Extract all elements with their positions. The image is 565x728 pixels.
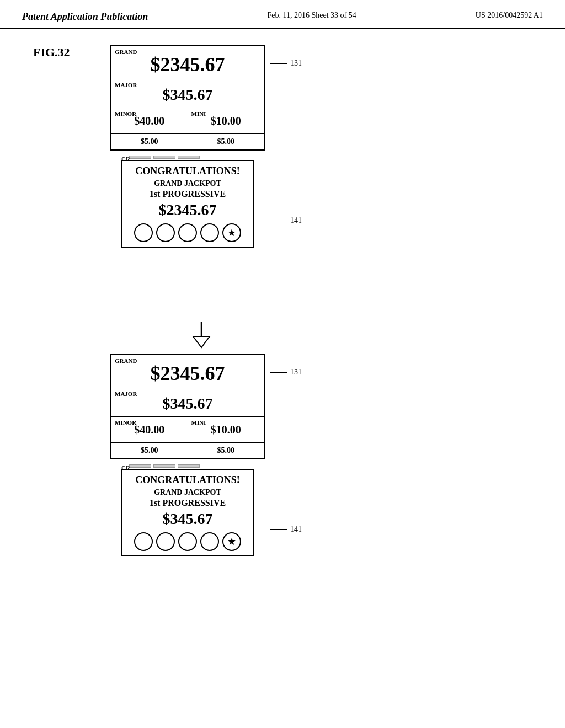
top-btn-4[interactable] <box>200 223 219 242</box>
svg-marker-1 <box>193 336 210 347</box>
bottom-congrats-wrapper: CR CONGRATULATIONS! GRAND JACKPOT 1st PR… <box>121 464 254 556</box>
bottom-bottom-right: $5.00 <box>188 443 264 458</box>
top-btn-2[interactable] <box>156 223 175 242</box>
bottom-major-amount: $345.67 <box>116 390 259 413</box>
bottom-bottom-row: $5.00 $5.00 <box>111 443 264 458</box>
bottom-bottom-left: $5.00 <box>111 443 188 458</box>
bottom-btn-star[interactable]: ★ <box>222 532 241 551</box>
top-congrats-amount: $2345.67 <box>127 201 248 219</box>
bottom-congrats-popup: CONGRATULATIONS! GRAND JACKPOT 1st PROGR… <box>121 469 254 556</box>
top-grand-label: GRAND <box>115 49 137 55</box>
top-major-label: MAJOR <box>115 82 137 88</box>
top-congrats-section: CR CONGRATULATIONS! GRAND JACKPOT 1st PR… <box>121 156 254 248</box>
bottom-ref-131-number: 131 <box>290 368 302 377</box>
bottom-btn-4[interactable] <box>200 532 219 551</box>
top-btn-star[interactable]: ★ <box>222 223 241 242</box>
top-congrats-title: CONGRATULATIONS! <box>127 165 248 177</box>
top-congrats-buttons: ★ <box>127 223 248 242</box>
bottom-congrats-subtitle: GRAND JACKPOT <box>127 488 248 497</box>
bottom-ref-141-number: 141 <box>290 525 302 534</box>
bottom-minor-cell: MINOR $40.00 <box>111 417 188 442</box>
bottom-jackpot-section: GRAND $2345.67 MAJOR $345.67 MINOR $40.0… <box>110 354 265 459</box>
top-congrats-wrapper: CR CONGRATULATIONS! GRAND JACKPOT 1st PR… <box>121 156 254 248</box>
top-congrats-popup: CONGRATULATIONS! GRAND JACKPOT 1st PROGR… <box>121 160 254 248</box>
top-jackpot-section: GRAND $2345.67 MAJOR $345.67 MINOR $40.0… <box>110 45 265 151</box>
bottom-btn-1[interactable] <box>134 532 153 551</box>
bottom-ref-141: 141 <box>270 525 302 534</box>
page-header: Patent Application Publication Feb. 11, … <box>0 0 565 29</box>
bottom-major-label: MAJOR <box>115 390 137 397</box>
bottom-congrats-section: CR CONGRATULATIONS! GRAND JACKPOT 1st PR… <box>121 464 254 556</box>
bottom-ref-131: 131 <box>270 368 302 377</box>
top-minor-label: MINOR <box>115 110 136 117</box>
top-cr-label: CR <box>121 156 130 162</box>
main-content: FIG.32 GRAND $2345.67 MAJOR $345.67 MINO… <box>0 29 565 713</box>
header-publication-label: Patent Application Publication <box>22 11 148 23</box>
bottom-minor-label: MINOR <box>115 419 136 426</box>
bottom-btn-2[interactable] <box>156 532 175 551</box>
bottom-congrats-buttons: ★ <box>127 532 248 551</box>
top-grand-row: GRAND $2345.67 <box>111 46 264 79</box>
top-major-amount: $345.67 <box>116 82 259 104</box>
top-jackpot-display: GRAND $2345.67 MAJOR $345.67 MINOR $40.0… <box>110 45 265 151</box>
top-btn-1[interactable] <box>134 223 153 242</box>
top-congrats-type: 1st PROGRESSIVE <box>127 189 248 199</box>
top-minor-mini-row: MINOR $40.00 MINI $10.00 <box>111 108 264 134</box>
bottom-mini-label: MINI <box>191 419 206 426</box>
bottom-cr-label: CR <box>121 464 130 471</box>
bottom-jackpot-display: GRAND $2345.67 MAJOR $345.67 MINOR $40.0… <box>110 354 265 459</box>
bottom-congrats-title: CONGRATULATIONS! <box>127 474 248 486</box>
top-ref-131: 131 <box>270 59 302 68</box>
top-bottom-left: $5.00 <box>111 134 188 149</box>
bottom-congrats-amount: $345.67 <box>127 510 248 528</box>
bottom-major-row: MAJOR $345.67 <box>111 388 264 417</box>
bottom-congrats-type: 1st PROGRESSIVE <box>127 498 248 508</box>
top-ref-141: 141 <box>270 216 302 225</box>
top-congrats-subtitle: GRAND JACKPOT <box>127 179 248 188</box>
header-date-sheet: Feb. 11, 2016 Sheet 33 of 54 <box>267 11 356 20</box>
bottom-grand-amount: $2345.67 <box>116 357 259 385</box>
bottom-btn-3[interactable] <box>178 532 197 551</box>
top-bottom-right: $5.00 <box>188 134 264 149</box>
top-grand-amount: $2345.67 <box>116 49 259 76</box>
bottom-grand-row: GRAND $2345.67 <box>111 355 264 388</box>
header-patent-number: US 2016/0042592 A1 <box>476 11 543 20</box>
top-mini-cell: MINI $10.00 <box>188 108 264 133</box>
top-mini-label: MINI <box>191 110 206 117</box>
bottom-grand-label: GRAND <box>115 357 137 364</box>
top-major-row: MAJOR $345.67 <box>111 79 264 108</box>
bottom-mini-cell: MINI $10.00 <box>188 417 264 442</box>
top-bottom-row: $5.00 $5.00 <box>111 134 264 149</box>
figure-label: FIG.32 <box>33 45 70 60</box>
top-ref-141-number: 141 <box>290 216 302 225</box>
top-minor-cell: MINOR $40.00 <box>111 108 188 133</box>
bottom-minor-mini-row: MINOR $40.00 MINI $10.00 <box>111 417 264 443</box>
arrow-down <box>188 321 215 351</box>
top-btn-3[interactable] <box>178 223 197 242</box>
top-ref-131-number: 131 <box>290 59 302 68</box>
